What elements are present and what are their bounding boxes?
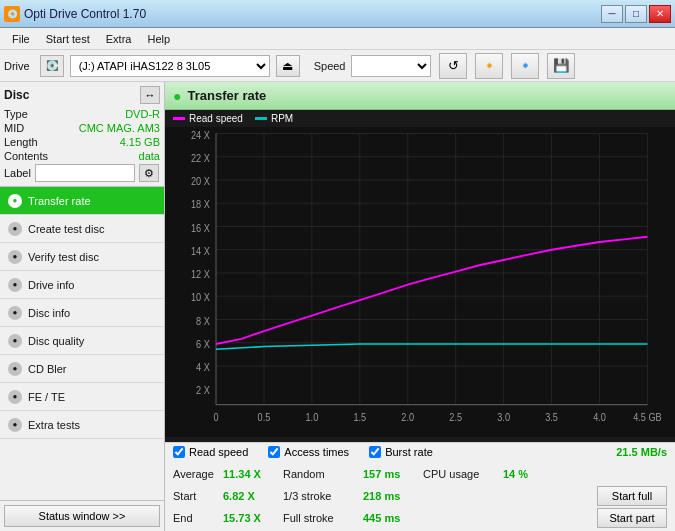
contents-value: data <box>139 150 160 162</box>
app-title: Opti Drive Control 1.70 <box>24 7 146 21</box>
drive-select[interactable]: (J:) ATAPI iHAS122 8 3L05 <box>70 55 270 77</box>
app-icon: 💿 <box>4 6 20 22</box>
nav-transfer-rate[interactable]: ● Transfer rate <box>0 187 164 215</box>
checkbox-burst-rate-input[interactable] <box>369 446 381 458</box>
nav-icon-fe-te: ● <box>8 390 22 404</box>
label-settings-btn[interactable]: ⚙ <box>139 164 159 182</box>
svg-text:18 X: 18 X <box>191 198 210 210</box>
nav-icon-extra-tests: ● <box>8 418 22 432</box>
chart-container: Read speed RPM <box>165 110 675 442</box>
read-speed-line <box>216 237 647 344</box>
disc-panel: Disc ↔ Type DVD-R MID CMC MAG. AM3 Lengt… <box>0 82 164 187</box>
menu-extra[interactable]: Extra <box>98 31 140 47</box>
length-label: Length <box>4 136 38 148</box>
menu-bar: File Start test Extra Help <box>0 28 675 50</box>
window-controls: ─ □ ✕ <box>601 5 671 23</box>
contents-label: Contents <box>4 150 48 162</box>
random-value: 157 ms <box>363 468 423 480</box>
nav-create-test-disc[interactable]: ● Create test disc <box>0 215 164 243</box>
mid-label: MID <box>4 122 24 134</box>
nav-label-verify-test-disc: Verify test disc <box>28 251 99 263</box>
svg-text:12 X: 12 X <box>191 268 210 280</box>
nav-label-create-test-disc: Create test disc <box>28 223 104 235</box>
start-label: Start <box>173 490 223 502</box>
svg-text:4 X: 4 X <box>196 361 210 373</box>
nav-extra-tests[interactable]: ● Extra tests <box>0 411 164 439</box>
checkbox-burst-rate-label: Burst rate <box>385 446 433 458</box>
save-button[interactable]: 💾 <box>547 53 575 79</box>
nav-label-cd-bler: CD Bler <box>28 363 67 375</box>
menu-help[interactable]: Help <box>139 31 178 47</box>
sidebar: Disc ↔ Type DVD-R MID CMC MAG. AM3 Lengt… <box>0 82 165 531</box>
stats-area: Average 11.34 X Random 157 ms CPU usage … <box>165 461 675 531</box>
start-part-button[interactable]: Start part <box>597 508 667 528</box>
svg-text:16 X: 16 X <box>191 222 210 234</box>
nav-icon-cd-bler: ● <box>8 362 22 376</box>
legend-read-speed-label: Read speed <box>189 113 243 124</box>
nav-cd-bler[interactable]: ● CD Bler <box>0 355 164 383</box>
checkbox-read-speed-input[interactable] <box>173 446 185 458</box>
nav-icon-disc-info: ● <box>8 306 22 320</box>
svg-text:1.0: 1.0 <box>305 412 318 424</box>
action-btn-1[interactable]: 🔸 <box>475 53 503 79</box>
title-bar: 💿 Opti Drive Control 1.70 ─ □ ✕ <box>0 0 675 28</box>
chart-legend: Read speed RPM <box>165 110 675 127</box>
svg-text:1.5: 1.5 <box>353 412 366 424</box>
nav-verify-test-disc[interactable]: ● Verify test disc <box>0 243 164 271</box>
mid-value: CMC MAG. AM3 <box>79 122 160 134</box>
svg-text:2.0: 2.0 <box>401 412 414 424</box>
label-input[interactable] <box>35 164 135 182</box>
status-window-button[interactable]: Status window >> <box>4 505 160 527</box>
nav-label-fe-te: FE / TE <box>28 391 65 403</box>
transfer-rate-title: Transfer rate <box>187 88 266 103</box>
menu-file[interactable]: File <box>4 31 38 47</box>
drive-label: Drive <box>4 60 30 72</box>
nav-label-extra-tests: Extra tests <box>28 419 80 431</box>
stroke1-label: 1/3 stroke <box>283 490 363 502</box>
drive-icon: 💽 <box>40 55 64 77</box>
svg-text:2 X: 2 X <box>196 384 210 396</box>
disc-refresh-btn[interactable]: ↔ <box>140 86 160 104</box>
nav-fe-te[interactable]: ● FE / TE <box>0 383 164 411</box>
menu-start-test[interactable]: Start test <box>38 31 98 47</box>
checkbox-read-speed-label: Read speed <box>189 446 248 458</box>
average-value: 11.34 X <box>223 468 283 480</box>
eject-button[interactable]: ⏏ <box>276 55 300 77</box>
checkbox-burst-rate[interactable]: Burst rate <box>369 446 433 458</box>
nav-disc-info[interactable]: ● Disc info <box>0 299 164 327</box>
svg-text:0.5: 0.5 <box>258 412 271 424</box>
content-area: ● Transfer rate Read speed RPM <box>165 82 675 531</box>
close-button[interactable]: ✕ <box>649 5 671 23</box>
sidebar-bottom: Status window >> <box>0 500 164 531</box>
burst-rate-value: 21.5 MB/s <box>616 446 667 458</box>
refresh-button[interactable]: ↺ <box>439 53 467 79</box>
nav-label-disc-info: Disc info <box>28 307 70 319</box>
checkbox-access-times[interactable]: Access times <box>268 446 349 458</box>
svg-text:6 X: 6 X <box>196 338 210 350</box>
checkbox-read-speed[interactable]: Read speed <box>173 446 248 458</box>
checkbox-access-times-input[interactable] <box>268 446 280 458</box>
action-btn-2[interactable]: 🔹 <box>511 53 539 79</box>
stats-row-2: Start 6.82 X 1/3 stroke 218 ms Start ful… <box>173 485 667 507</box>
nav-icon-drive-info: ● <box>8 278 22 292</box>
svg-text:24 X: 24 X <box>191 129 210 141</box>
svg-text:3.0: 3.0 <box>497 412 510 424</box>
nav-label-disc-quality: Disc quality <box>28 335 84 347</box>
nav-disc-quality[interactable]: ● Disc quality <box>0 327 164 355</box>
nav-icon-disc-quality: ● <box>8 334 22 348</box>
legend-rpm-color <box>255 117 267 120</box>
stats-row-1: Average 11.34 X Random 157 ms CPU usage … <box>173 463 667 485</box>
random-label: Random <box>283 468 363 480</box>
start-full-button[interactable]: Start full <box>597 486 667 506</box>
minimize-button[interactable]: ─ <box>601 5 623 23</box>
drive-bar: Drive 💽 (J:) ATAPI iHAS122 8 3L05 ⏏ Spee… <box>0 50 675 82</box>
nav-drive-info[interactable]: ● Drive info <box>0 271 164 299</box>
speed-select[interactable] <box>351 55 431 77</box>
transfer-rate-icon: ● <box>173 88 181 104</box>
rpm-line <box>216 344 647 349</box>
sidebar-nav: ● Transfer rate ● Create test disc ● Ver… <box>0 187 164 500</box>
cpu-value: 14 % <box>503 468 553 480</box>
legend-rpm: RPM <box>255 113 293 124</box>
maximize-button[interactable]: □ <box>625 5 647 23</box>
start-value: 6.82 X <box>223 490 283 502</box>
